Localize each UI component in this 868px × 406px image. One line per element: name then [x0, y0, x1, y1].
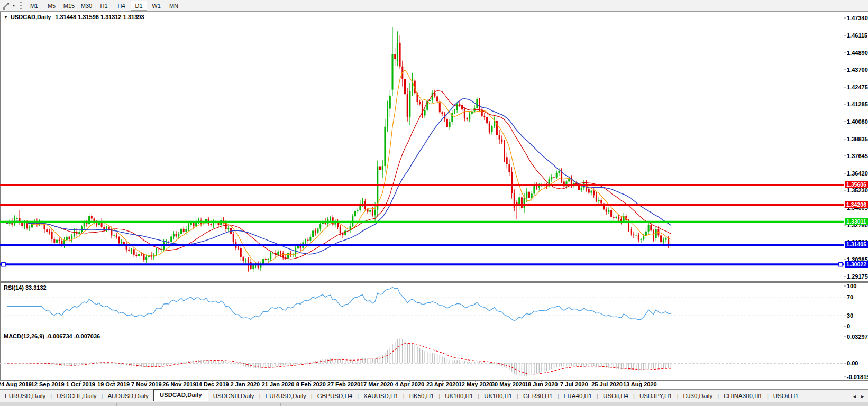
rsi-tick-label: 70: [847, 294, 853, 300]
ma-fast-line: [7, 70, 671, 265]
chart-title: ▼USDCAD,Daily1.31448 1.31596 1.31312 1.3…: [4, 14, 144, 20]
price-line-badge: 1.34206: [845, 201, 868, 208]
macd-indicator-label: MACD(12,26,9) -0.006734 -0.007036: [4, 333, 100, 339]
status-separator: [280, 403, 281, 406]
tab-dj30-daily[interactable]: DJ30,Daily: [679, 391, 718, 401]
hline-drag-handle[interactable]: [839, 263, 843, 266]
price-line-badge: 1.35606: [845, 181, 868, 188]
timeframe-button-MN[interactable]: MN: [166, 1, 182, 11]
tab-eurusd-daily[interactable]: EURUSD,Daily: [260, 391, 310, 401]
chart-canvas[interactable]: [0, 0, 868, 406]
status-separator: [468, 403, 468, 406]
price-tick-label: 1.41285: [847, 101, 868, 107]
macd-tick-label: 0.032972: [847, 334, 868, 340]
chart-ohlc-values: 1.31448 1.31596 1.31312 1.31393: [55, 14, 144, 20]
date-tick-label: 30 May 2020: [491, 381, 525, 387]
date-tick-label: 17 Mar 2020: [360, 381, 393, 387]
price-tick-label: 1.42475: [847, 84, 868, 90]
date-tick-label: 1 Oct 2019: [66, 381, 95, 387]
tab-scroll-right-icon[interactable]: ▸: [861, 393, 864, 399]
timeframe-button-H1[interactable]: H1: [96, 1, 112, 11]
status-separator: [116, 403, 117, 406]
hline-drag-handle[interactable]: [2, 263, 5, 266]
timeframe-button-H4[interactable]: H4: [113, 1, 130, 11]
rsi-tick-label: 0: [847, 323, 850, 329]
tab-usdjpy-h1[interactable]: USDJPY,H1: [635, 391, 677, 401]
date-tick-label: 12 May 2020: [459, 381, 492, 387]
price-tick-label: 1.47340: [847, 15, 868, 21]
toolbar-grip-handle[interactable]: [20, 2, 22, 10]
price-tick-label: 1.29175: [847, 273, 868, 280]
price-tick-label: 1.37645: [847, 153, 868, 159]
price-line-badge: 1.33011: [845, 218, 868, 225]
date-tick-label: 24 Aug 2019: [0, 381, 32, 387]
timeframe-button-M1[interactable]: M1: [26, 1, 42, 11]
tab-uk100-h1[interactable]: UK100,H1: [440, 391, 478, 401]
price-line-badge: 1.31405: [845, 241, 868, 248]
tab-fra40-h1[interactable]: FRA40,H1: [559, 391, 597, 401]
date-tick-label: 18 Jun 2020: [525, 381, 558, 387]
date-tick-label: 23 Apr 2020: [426, 381, 459, 387]
rsi-tick-label: 100: [847, 283, 856, 289]
tab-usdchf-daily[interactable]: USDCHF,Daily: [52, 391, 101, 401]
tab-usoil-h4[interactable]: USOil,H4: [598, 391, 633, 401]
chart-symbol-label: USDCAD,Daily: [11, 14, 51, 20]
tab-scroll-left-icon[interactable]: ◂: [853, 393, 856, 399]
timeframe-button-M5[interactable]: M5: [43, 1, 60, 11]
trendline-tool-icon: [2, 2, 11, 10]
macd-signal-line: [7, 344, 671, 374]
dropdown-caret-icon[interactable]: ▾: [13, 3, 15, 8]
date-tick-label: 7 Jul 2020: [560, 381, 588, 387]
candlestick-series: [6, 27, 672, 272]
price-tick-label: 1.40060: [847, 118, 868, 125]
macd-histogram: [7, 338, 671, 376]
status-bar: [0, 402, 868, 406]
tab-hk50-h1[interactable]: HK50,H1: [405, 391, 439, 401]
tab-ger30-h1[interactable]: GER30,H1: [518, 391, 558, 401]
tab-xauusd-h1[interactable]: XAUUSD,H1: [359, 391, 403, 401]
date-tick-label: 13 Aug 2020: [623, 381, 657, 387]
timeframe-button-M15[interactable]: M15: [61, 1, 77, 11]
rsi-tick-label: 30: [847, 312, 853, 319]
macd-tick-label: -0.018154: [847, 374, 868, 380]
tab-usdcad-daily[interactable]: USDCAD,Daily: [153, 389, 208, 401]
timeframe-toolbar: ▾ M1M5M15M30H1H4D1W1MN: [0, 0, 868, 12]
date-tick-label: 2 Jan 2020: [231, 381, 260, 387]
timeframe-buttons: M1M5M15M30H1H4D1W1MN: [25, 1, 182, 11]
timeframe-button-D1[interactable]: D1: [131, 1, 147, 11]
date-tick-label: 25 Jul 2020: [591, 381, 623, 387]
date-tick-label: 4 Apr 2020: [395, 381, 424, 387]
date-tick-label: 27 Feb 2020: [327, 381, 360, 387]
price-tick-label: 1.38835: [847, 136, 868, 142]
chart-menu-triangle-icon[interactable]: ▼: [4, 15, 8, 20]
price-tick-label: 1.46115: [847, 32, 867, 39]
price-tick-label: 1.44890: [847, 50, 868, 56]
timeframe-button-M30[interactable]: M30: [78, 1, 95, 11]
date-tick-label: 14 Dec 2019: [196, 381, 229, 387]
symbol-tab-bar: EURUSD,Daily|USDCHF,Daily|AUDUSD,DailyUS…: [0, 389, 868, 402]
mt4-terminal: { "toolbar": { "timeframes": ["M1","M5",…: [0, 0, 868, 406]
tab-eurusd-daily[interactable]: EURUSD,Daily: [0, 391, 50, 401]
tab-scroll-arrows: ◂▸: [853, 393, 868, 399]
timeframe-button-W1[interactable]: W1: [148, 1, 165, 11]
date-tick-label: 19 Oct 2019: [97, 381, 130, 387]
rsi-indicator-label: RSI(14) 33.3132: [4, 284, 47, 291]
date-tick-label: 7 Nov 2019: [131, 381, 161, 387]
date-tick-label: 26 Nov 2019: [162, 381, 196, 387]
ma-medium-line: [7, 91, 671, 259]
tab-audusd-daily[interactable]: AUDUSD,Daily: [103, 391, 153, 401]
price-line-badge: 1.30022: [845, 261, 868, 268]
price-tick-label: 1.43700: [847, 67, 868, 73]
macd-tick-label: 0.00: [847, 360, 858, 366]
date-tick-label: 12 Sep 2019: [31, 381, 65, 387]
tab-uk100-h1[interactable]: UK100,H1: [479, 391, 517, 401]
tab-china300-h1[interactable]: CHINA300,H1: [719, 391, 767, 401]
price-tick-label: 1.36420: [847, 170, 868, 177]
draw-tool-button[interactable]: ▾: [0, 2, 17, 10]
horizontal-line-objects[interactable]: [0, 185, 844, 266]
tab-usdcnh-daily[interactable]: USDCNH,Daily: [208, 391, 259, 401]
tab-gbpusd-h4[interactable]: GBPUSD,H4: [313, 391, 357, 401]
date-tick-label: 21 Jan 2020: [262, 381, 295, 387]
date-tick-label: 8 Feb 2020: [296, 381, 326, 387]
tab-usoil-h1[interactable]: USOil,H1: [769, 391, 803, 401]
